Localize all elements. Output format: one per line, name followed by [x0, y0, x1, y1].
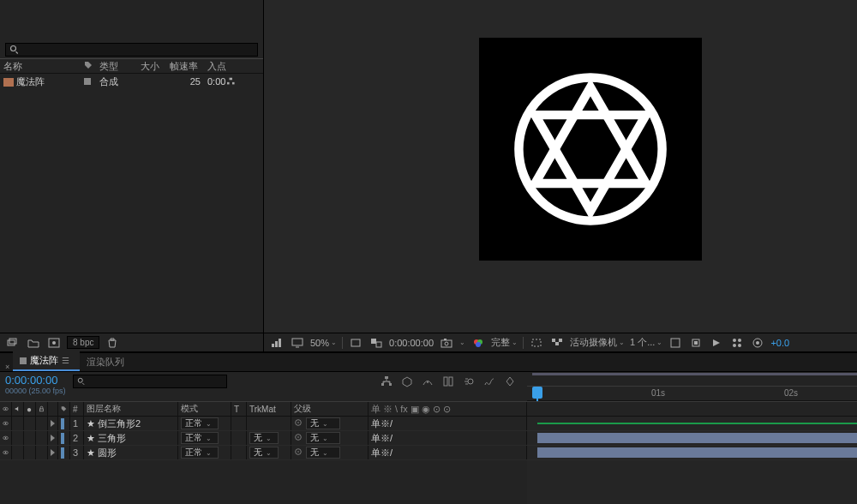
exposure-value[interactable]: +0.0 — [770, 338, 789, 348]
transparency-grid-button[interactable] — [549, 336, 565, 350]
col-visibility[interactable] — [0, 402, 12, 416]
label-color[interactable] — [61, 447, 64, 459]
auto-keyframe-button[interactable] — [501, 375, 518, 388]
col-solo[interactable]: ● — [24, 402, 36, 416]
camera-dropdown[interactable]: 活动摄像机⌄ — [570, 336, 625, 349]
svg-rect-25 — [671, 339, 680, 347]
bpc-indicator[interactable]: 8 bpc — [67, 336, 99, 349]
snapshot-button[interactable] — [439, 336, 454, 350]
work-area-bar[interactable] — [532, 373, 857, 375]
parent-dropdown[interactable]: 无⌄ — [306, 417, 340, 429]
col-audio[interactable] — [12, 402, 24, 416]
col-trkmat[interactable]: TrkMat — [247, 402, 291, 416]
project-item-row[interactable]: 魔法阵 合成 25 0:00 — [0, 74, 263, 89]
label-color[interactable] — [61, 433, 64, 444]
graph-editor-button[interactable] — [481, 375, 498, 388]
new-folder-button[interactable] — [26, 336, 41, 350]
parent-dropdown[interactable]: 无⌄ — [306, 447, 340, 459]
layer-row[interactable]: 3 ★圆形 正常⌄ 无⌄ 无⌄ 单※/ — [0, 446, 527, 460]
resolution-button[interactable] — [348, 336, 363, 350]
pickwhip-icon[interactable] — [294, 447, 303, 459]
delete-button[interactable] — [105, 336, 120, 350]
svg-rect-27 — [694, 341, 698, 345]
project-items[interactable]: 魔法阵 合成 25 0:00 — [0, 74, 263, 333]
col-in[interactable]: 入点 — [204, 60, 238, 73]
trkmat-dropdown[interactable]: 无⌄ — [249, 432, 279, 444]
current-time-sub: 00000 (25.00 fps) — [5, 387, 68, 395]
disclosure-triangle[interactable] — [51, 446, 55, 459]
svg-point-53 — [5, 452, 7, 453]
col-label[interactable] — [58, 402, 70, 416]
timeline-button[interactable] — [729, 336, 745, 350]
preview-timecode[interactable]: 0:00:00:00 — [389, 338, 434, 348]
shape-layer-icon: ★ — [87, 447, 95, 459]
visibility-toggle[interactable] — [0, 431, 12, 445]
viewer-canvas[interactable] — [264, 0, 857, 333]
col-parent[interactable]: 父级 — [291, 402, 369, 416]
blend-mode-dropdown[interactable]: 正常⌄ — [181, 432, 219, 444]
pixel-aspect-button[interactable] — [688, 336, 704, 350]
col-type[interactable]: 类型 — [96, 60, 137, 73]
visibility-toggle[interactable] — [0, 417, 12, 430]
parent-dropdown[interactable]: 无⌄ — [306, 432, 340, 444]
comp-mini-flowchart-button[interactable] — [378, 375, 395, 388]
blend-mode-dropdown[interactable]: 正常⌄ — [181, 447, 219, 459]
reset-exposure-button[interactable] — [750, 336, 765, 350]
current-time[interactable]: 0:00:00:00 — [5, 374, 68, 387]
col-mode[interactable]: 模式 — [178, 402, 231, 416]
timeline-tracks[interactable] — [527, 401, 857, 504]
col-switches[interactable]: 单 ※ \ fx ▣ ◉ ⊙ ⊙ — [369, 402, 527, 416]
disclosure-triangle[interactable] — [51, 417, 55, 430]
col-name[interactable]: 名称 — [0, 60, 81, 73]
motion-blur-button[interactable] — [460, 375, 477, 388]
svg-rect-10 — [279, 339, 281, 347]
layer-bar[interactable] — [537, 447, 857, 458]
col-tag[interactable] — [81, 61, 96, 71]
resolution-dropdown[interactable]: 完整⌄ — [491, 336, 518, 349]
always-preview-button[interactable] — [269, 336, 285, 350]
svg-rect-12 — [351, 339, 360, 346]
visibility-toggle[interactable] — [0, 446, 12, 459]
views-dropdown[interactable]: 1 个...⌄ — [630, 336, 662, 349]
timeline-timecode-area[interactable]: 0:00:00:00 00000 (25.00 fps) — [0, 372, 73, 401]
pickwhip-icon[interactable] — [294, 417, 303, 429]
channel-button[interactable] — [369, 336, 384, 350]
interpret-footage-button[interactable] — [5, 336, 21, 350]
new-comp-button[interactable] — [46, 336, 62, 350]
share-view-button[interactable] — [668, 336, 683, 350]
layer-bar[interactable] — [537, 433, 857, 443]
blend-mode-dropdown[interactable]: 正常⌄ — [181, 417, 219, 429]
col-size[interactable]: 大小 — [137, 60, 166, 73]
monitor-button[interactable] — [290, 336, 305, 350]
switches[interactable]: 单※/ — [369, 417, 527, 430]
frame-blend-button[interactable] — [440, 375, 457, 388]
disclosure-triangle[interactable] — [51, 431, 55, 445]
draft-3d-button[interactable] — [399, 375, 416, 388]
layer-bar[interactable] — [537, 423, 857, 424]
label-color[interactable] — [61, 418, 64, 429]
color-button[interactable] — [470, 336, 486, 350]
pickwhip-icon[interactable] — [294, 432, 303, 444]
fast-preview-button[interactable] — [709, 336, 724, 350]
switches[interactable]: 单※/ — [369, 431, 527, 445]
timeline-search-input[interactable] — [73, 375, 227, 388]
switches[interactable]: 单※/ — [369, 446, 527, 459]
project-footer: 8 bpc — [0, 333, 263, 351]
project-search-input[interactable] — [5, 43, 258, 57]
trkmat-dropdown[interactable]: 无⌄ — [249, 447, 279, 459]
svg-point-6 — [52, 341, 56, 345]
layer-row[interactable]: 2 ★三角形 正常⌄ 无⌄ 无⌄ 单※/ — [0, 431, 527, 446]
col-trkmat-t[interactable]: T — [231, 402, 247, 416]
layer-row[interactable]: 1 ★倒三角形2 正常⌄ 无⌄ 单※/ — [0, 417, 527, 431]
tab-composition[interactable]: 魔法阵 ☰ — [13, 351, 80, 371]
col-lock[interactable] — [36, 402, 48, 416]
tab-render-queue[interactable]: 渲染队列 — [80, 353, 135, 371]
hide-shy-button[interactable] — [419, 375, 436, 388]
col-fps[interactable]: 帧速率 — [166, 60, 204, 73]
time-ruler[interactable]: ▾ 01s 02s — [527, 386, 857, 401]
col-layer-name[interactable]: 图层名称 — [84, 402, 178, 416]
col-index[interactable]: # — [70, 402, 84, 416]
tab-close-all[interactable]: × — [5, 363, 9, 371]
roi-button[interactable] — [529, 336, 544, 350]
zoom-dropdown[interactable]: 50%⌄ — [310, 338, 337, 348]
